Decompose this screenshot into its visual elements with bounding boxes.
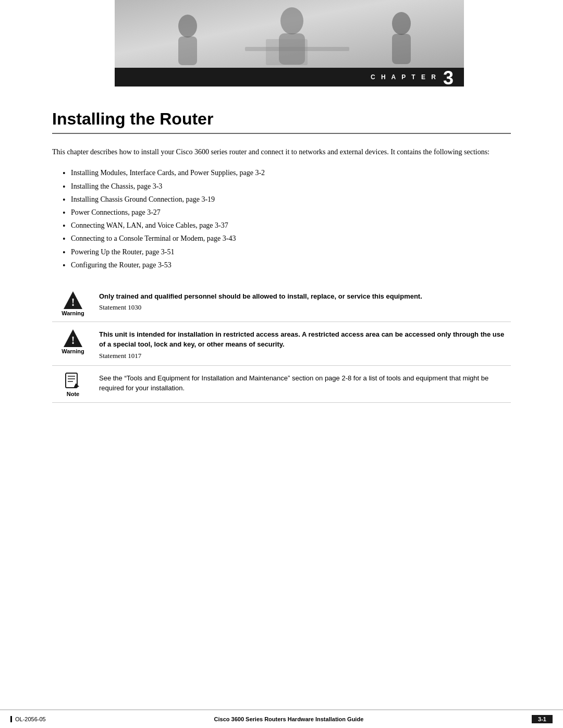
chapter-number: 3 bbox=[443, 69, 454, 88]
note-text: See the “Tools and Equipment for Install… bbox=[99, 373, 511, 393]
intro-paragraph: This chapter describes how to install yo… bbox=[52, 146, 511, 158]
chapter-label: C H A P T E R bbox=[371, 73, 438, 81]
warning-label-1: Warning bbox=[62, 310, 84, 316]
svg-rect-2 bbox=[178, 36, 197, 65]
warning-icon-col-2: ! Warning bbox=[52, 327, 94, 354]
footer-right: 3-1 bbox=[532, 715, 553, 723]
footer-center: Cisco 3600 Series Routers Hardware Insta… bbox=[214, 716, 364, 722]
svg-text:!: ! bbox=[71, 335, 75, 346]
warning-content-1: Only trained and qualified personnel sho… bbox=[94, 289, 511, 312]
warning-text-1: Only trained and qualified personnel sho… bbox=[99, 291, 511, 302]
section-list: Installing Modules, Interface Cards, and… bbox=[52, 166, 511, 272]
note-label: Note bbox=[67, 391, 79, 397]
svg-rect-8 bbox=[266, 39, 308, 65]
list-item: Installing Chassis Ground Connection, pa… bbox=[63, 193, 511, 206]
warning-label-2: Warning bbox=[62, 348, 84, 354]
svg-point-3 bbox=[280, 7, 303, 34]
warning-text-2: This unit is intended for installation i… bbox=[99, 329, 511, 350]
footer-left: OL-2056-05 bbox=[10, 716, 46, 722]
chapter-bar: C H A P T E R 3 bbox=[115, 68, 464, 87]
list-item: Configuring the Router, page 3-53 bbox=[63, 258, 511, 272]
warning-triangle-icon-2: ! bbox=[63, 328, 83, 348]
note-block: Note See the “Tools and Equipment for In… bbox=[52, 366, 511, 403]
svg-rect-6 bbox=[392, 34, 411, 64]
warning-icon-col-1: ! Warning bbox=[52, 289, 94, 316]
list-item: Connecting WAN, LAN, and Voice Cables, p… bbox=[63, 219, 511, 232]
list-item: Powering Up the Router, page 3-51 bbox=[63, 245, 511, 258]
svg-point-5 bbox=[392, 12, 411, 35]
title-rule bbox=[52, 133, 511, 134]
list-item: Connecting to a Console Terminal or Mode… bbox=[63, 232, 511, 245]
warning-triangle-icon-1: ! bbox=[63, 290, 83, 310]
note-icon-col: Note bbox=[52, 371, 94, 397]
svg-text:!: ! bbox=[71, 297, 75, 308]
list-item: Power Connections, page 3-27 bbox=[63, 206, 511, 219]
warning-statement-2: Statement 1017 bbox=[99, 352, 511, 360]
notices-section: ! Warning Only trained and qualified per… bbox=[52, 284, 511, 403]
warning-block-1: ! Warning Only trained and qualified per… bbox=[52, 284, 511, 322]
footer: OL-2056-05 Cisco 3600 Series Routers Har… bbox=[0, 709, 563, 728]
note-content: See the “Tools and Equipment for Install… bbox=[94, 371, 511, 393]
warning-statement-1: Statement 1030 bbox=[99, 303, 511, 312]
warning-content-2: This unit is intended for installation i… bbox=[94, 327, 511, 360]
page-title: Installing the Router bbox=[52, 109, 511, 129]
note-pencil-icon bbox=[64, 372, 82, 391]
warning-block-2: ! Warning This unit is intended for inst… bbox=[52, 322, 511, 366]
list-item: Installing the Chassis, page 3-3 bbox=[63, 180, 511, 193]
header-image bbox=[115, 0, 464, 68]
list-item: Installing Modules, Interface Cards, and… bbox=[63, 166, 511, 179]
svg-point-1 bbox=[178, 15, 197, 38]
